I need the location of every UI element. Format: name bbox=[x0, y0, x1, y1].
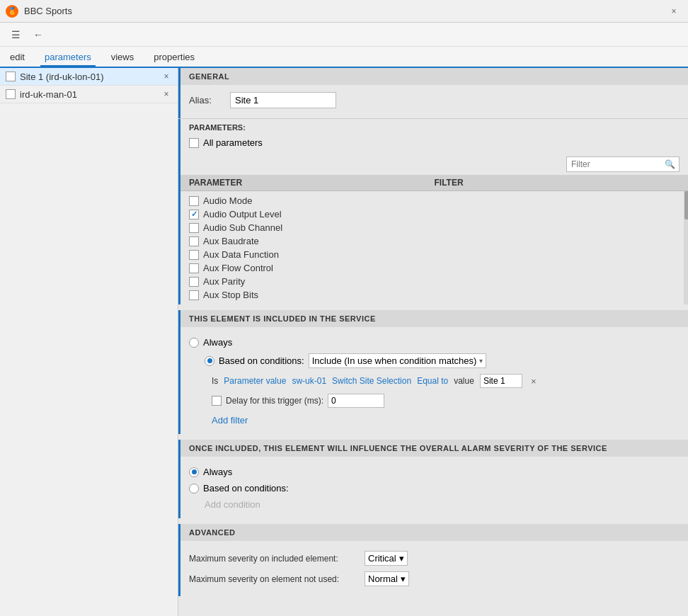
menu-edit[interactable]: edit bbox=[6, 49, 29, 65]
filter-rule-remove-icon[interactable]: × bbox=[528, 375, 539, 388]
sidebar-item-site1[interactable]: Site 1 (ird-uk-lon-01) × bbox=[0, 68, 178, 86]
alarm-condition-row: Based on conditions: bbox=[189, 480, 680, 496]
switch-site-link[interactable]: Switch Site Selection bbox=[332, 376, 411, 386]
filter-row: 🔍 bbox=[180, 154, 688, 175]
alias-row: Alias: bbox=[189, 92, 680, 108]
max-severity-notused-dropdown[interactable]: Normal ▾ bbox=[365, 571, 409, 586]
inclusion-section-body: Always Based on conditions: Include (In … bbox=[180, 327, 688, 434]
chevron-down-icon-3: ▾ bbox=[401, 574, 406, 584]
alarm-condition-radio[interactable] bbox=[189, 484, 199, 494]
column-header-filter: FILTER bbox=[435, 178, 680, 188]
alarm-section: ONCE INCLUDED, THIS ELEMENT WILL INFLUEN… bbox=[178, 440, 688, 518]
filter-rule-row: Is Parameter value sw-uk-01 Switch Site … bbox=[189, 371, 680, 391]
condition-row: Based on conditions: Include (In use whe… bbox=[189, 350, 680, 371]
param-label-audiooutput: Audio Output Level bbox=[203, 209, 282, 219]
param-cb-audiomode[interactable] bbox=[189, 196, 199, 206]
menu-button[interactable]: ☰ bbox=[6, 25, 25, 45]
max-severity-notused-label: Maximum severity on element not used: bbox=[189, 574, 359, 584]
param-label-auxdata: Aux Data Function bbox=[203, 249, 279, 260]
max-severity-included-row: Maximum severity on included element: Cr… bbox=[189, 548, 680, 569]
param-cb-auxbaud[interactable] bbox=[189, 236, 199, 246]
vertical-scrollbar[interactable] bbox=[684, 191, 688, 304]
param-label-auxparity: Aux Parity bbox=[203, 276, 245, 287]
condition-label: Based on conditions: bbox=[219, 355, 304, 366]
value-input[interactable] bbox=[480, 374, 522, 388]
general-section-header: GENERAL bbox=[180, 68, 688, 85]
parameters-section-header: PARAMETERS: bbox=[180, 119, 688, 135]
condition-dropdown[interactable]: Include (In use when condition matches) … bbox=[309, 353, 487, 368]
alarm-condition-label: Based on conditions: bbox=[203, 483, 289, 494]
menu-properties[interactable]: properties bbox=[149, 49, 199, 65]
app-title: BBC Sports bbox=[24, 6, 660, 16]
column-header-parameter: PARAMETER bbox=[189, 178, 435, 188]
param-row-audiomode: Audio Mode bbox=[189, 194, 680, 207]
param-row-auxflow: Aux Flow Control bbox=[189, 261, 680, 275]
parameters-section: PARAMETERS: All parameters 🔍 PARAMETER F… bbox=[178, 119, 688, 304]
param-list-outer: Audio Mode Audio Output Level Audio Sub … bbox=[180, 191, 688, 304]
alarm-always-radio[interactable] bbox=[189, 467, 199, 477]
param-label-audiosub: Audio Sub Channel bbox=[203, 222, 282, 233]
alias-label: Alias: bbox=[189, 95, 224, 105]
param-row-auxparity: Aux Parity bbox=[189, 275, 680, 288]
sidebar-checkbox-ird[interactable] bbox=[6, 89, 16, 99]
delay-input[interactable] bbox=[328, 394, 384, 408]
scrollbar-thumb[interactable] bbox=[684, 191, 688, 219]
device-link[interactable]: sw-uk-01 bbox=[292, 376, 326, 386]
param-row-audiooutput: Audio Output Level bbox=[189, 207, 680, 221]
max-severity-included-dropdown[interactable]: Critical ▾ bbox=[365, 551, 408, 566]
search-icon: 🔍 bbox=[665, 159, 675, 169]
back-button[interactable]: ← bbox=[28, 25, 48, 45]
always-radio-row: Always bbox=[189, 334, 680, 350]
param-value-link[interactable]: Parameter value bbox=[224, 376, 286, 386]
alarm-always-row: Always bbox=[189, 464, 680, 480]
param-row-audiosub: Audio Sub Channel bbox=[189, 221, 680, 234]
title-bar: 🏅 BBC Sports × bbox=[0, 0, 688, 23]
add-condition-link[interactable]: Add condition bbox=[205, 499, 260, 510]
section-separator-1 bbox=[178, 304, 688, 310]
add-filter-row: Add filter bbox=[189, 411, 680, 427]
param-cb-auxdata[interactable] bbox=[189, 250, 199, 260]
sidebar-label-site1: Site 1 (ird-uk-lon-01) bbox=[20, 72, 156, 82]
param-row-auxbaud: Aux Baudrate bbox=[189, 234, 680, 248]
section-separator-2 bbox=[178, 434, 688, 440]
sidebar-item-ird[interactable]: ird-uk-man-01 × bbox=[0, 86, 178, 103]
condition-radio[interactable] bbox=[205, 356, 214, 366]
param-cb-audiosub[interactable] bbox=[189, 223, 199, 233]
param-row-auxdata: Aux Data Function bbox=[189, 248, 680, 261]
advanced-section: ADVANCED Maximum severity on included el… bbox=[178, 524, 688, 596]
sidebar: Site 1 (ird-uk-lon-01) × ird-uk-man-01 × bbox=[0, 68, 178, 616]
value-label: value bbox=[454, 376, 474, 386]
general-section-body: Alias: bbox=[180, 85, 688, 118]
menu-bar: edit parameters views properties bbox=[0, 47, 688, 68]
sidebar-close-site1[interactable]: × bbox=[161, 71, 172, 82]
always-radio[interactable] bbox=[189, 338, 199, 348]
filter-wrapper: 🔍 bbox=[566, 156, 680, 172]
sidebar-checkbox-site1[interactable] bbox=[6, 72, 16, 81]
max-severity-notused-row: Maximum severity on element not used: No… bbox=[189, 569, 680, 589]
all-params-checkbox[interactable] bbox=[189, 138, 199, 148]
param-table-header: PARAMETER FILTER bbox=[180, 175, 688, 191]
param-cb-audiooutput[interactable] bbox=[189, 210, 199, 219]
close-button[interactable]: × bbox=[665, 3, 682, 20]
sidebar-close-ird[interactable]: × bbox=[161, 89, 172, 100]
param-cb-auxflow[interactable] bbox=[189, 263, 199, 273]
alias-input[interactable] bbox=[230, 92, 336, 108]
general-section: GENERAL Alias: bbox=[178, 68, 688, 118]
chevron-down-icon-2: ▾ bbox=[399, 553, 404, 564]
param-list: Audio Mode Audio Output Level Audio Sub … bbox=[180, 191, 688, 304]
menu-parameters[interactable]: parameters bbox=[40, 49, 96, 67]
param-row-auxstop: Aux Stop Bits bbox=[189, 288, 680, 302]
param-cb-auxstop[interactable] bbox=[189, 290, 199, 300]
param-cb-auxparity[interactable] bbox=[189, 277, 199, 287]
filter-input[interactable] bbox=[566, 156, 680, 172]
alarm-section-header: ONCE INCLUDED, THIS ELEMENT WILL INFLUEN… bbox=[180, 440, 688, 457]
content-area: GENERAL Alias: PARAMETERS: All parameter… bbox=[178, 68, 688, 616]
param-label-audiomode: Audio Mode bbox=[203, 195, 252, 206]
equal-to-link[interactable]: Equal to bbox=[417, 376, 448, 386]
menu-views[interactable]: views bbox=[107, 49, 139, 65]
alarm-section-body: Always Based on conditions: Add conditio… bbox=[180, 457, 688, 518]
add-filter-link[interactable]: Add filter bbox=[212, 415, 248, 426]
chevron-down-icon: ▾ bbox=[479, 357, 483, 365]
delay-checkbox[interactable] bbox=[212, 396, 222, 406]
app-icon: 🏅 bbox=[6, 5, 18, 18]
